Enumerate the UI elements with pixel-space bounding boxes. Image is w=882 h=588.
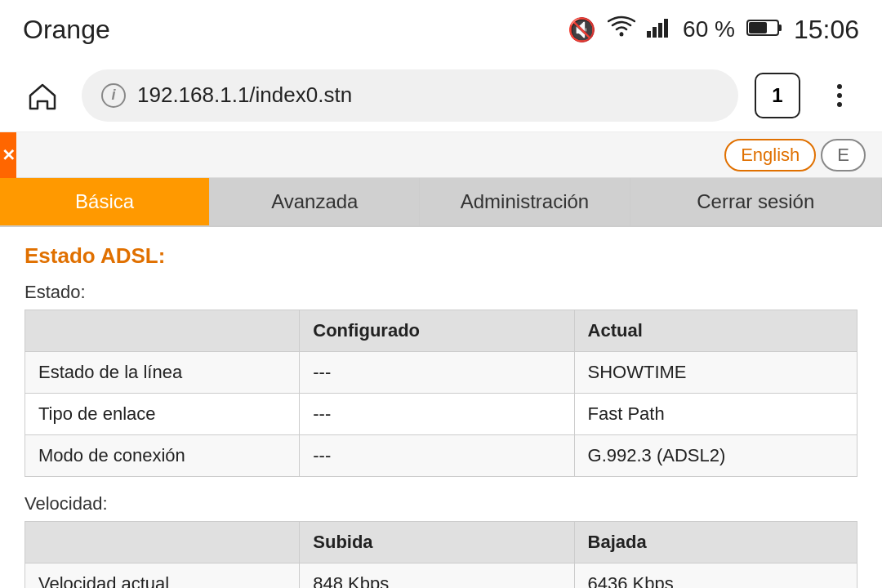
estado-label: Estado: [24, 282, 858, 303]
wifi-icon [608, 16, 635, 44]
estado-header-label [25, 310, 300, 352]
svg-point-0 [620, 32, 624, 36]
table-row: Tipo de enlace --- Fast Path [25, 394, 858, 435]
dot-2 [837, 93, 842, 98]
english-lang-button[interactable]: English [724, 139, 816, 172]
row-actual: G.992.3 (ADSL2) [574, 435, 857, 477]
row-actual: Fast Path [574, 394, 857, 435]
svg-rect-3 [658, 23, 662, 38]
main-content: Estado ADSL: Estado: Configurado Actual … [0, 227, 882, 588]
battery-label: 60 % [683, 16, 735, 42]
tab-basica[interactable]: Básica [0, 178, 210, 225]
table-row: Velocidad actual 848 Kbps 6436 Kbps [25, 564, 858, 589]
row-bajada: 6436 Kbps [574, 564, 857, 589]
carrier-label: Orange [23, 15, 110, 45]
tab-administracion[interactable]: Administración [420, 178, 630, 225]
page-content: ✕ English E Básica Avanzada Administraci… [0, 132, 882, 588]
nav-tabs: Básica Avanzada Administración Cerrar se… [0, 178, 882, 227]
velocidad-header-subida: Subida [300, 522, 574, 564]
status-bar: Orange 🔇 60 % [0, 0, 882, 59]
table-row: Estado de la línea --- SHOWTIME [25, 352, 858, 394]
svg-rect-6 [778, 24, 782, 31]
row-config: --- [300, 352, 574, 394]
svg-rect-1 [647, 31, 651, 38]
tab-cerrar-sesion[interactable]: Cerrar sesión [630, 178, 882, 225]
secondary-lang-button[interactable]: E [821, 139, 866, 172]
row-config: --- [300, 435, 574, 477]
page-title: Estado ADSL: [24, 243, 858, 269]
estado-header-config: Configurado [300, 310, 574, 352]
velocidad-header-bajada: Bajada [574, 522, 857, 564]
estado-header-actual: Actual [574, 310, 857, 352]
svg-text:✕: ✕ [2, 146, 16, 164]
velocidad-header-label [25, 522, 300, 564]
row-actual: SHOWTIME [574, 352, 857, 394]
brand-logo: ✕ [0, 132, 16, 178]
row-subida: 848 Kbps [300, 564, 574, 589]
mute-icon: 🔇 [568, 16, 596, 43]
table-row: Modo de conexión --- G.992.3 (ADSL2) [25, 435, 858, 477]
velocidad-table: Subida Bajada Velocidad actual 848 Kbps … [24, 521, 858, 588]
estado-table: Configurado Actual Estado de la línea --… [24, 310, 858, 477]
address-bar[interactable]: i 192.168.1.1/index0.stn [82, 69, 738, 122]
row-name: Velocidad actual [25, 564, 300, 589]
velocidad-label: Velocidad: [24, 493, 858, 514]
status-icons: 🔇 60 % 15:0 [568, 15, 859, 45]
home-button[interactable] [20, 73, 65, 118]
row-config: --- [300, 394, 574, 435]
row-name: Estado de la línea [25, 352, 300, 394]
svg-rect-7 [749, 22, 767, 33]
browser-bar: i 192.168.1.1/index0.stn 1 [0, 59, 882, 132]
tab-count-button[interactable]: 1 [755, 73, 800, 118]
more-menu-button[interactable] [817, 73, 862, 118]
lang-bar: ✕ English E [0, 132, 882, 178]
battery-icon [746, 16, 782, 42]
row-name: Tipo de enlace [25, 394, 300, 435]
url-text: 192.168.1.1/index0.stn [137, 82, 352, 108]
svg-rect-4 [664, 19, 668, 38]
svg-rect-2 [653, 27, 657, 38]
tab-avanzada[interactable]: Avanzada [210, 178, 420, 225]
info-icon: i [101, 83, 126, 108]
status-time: 15:06 [794, 15, 859, 45]
dot-1 [837, 84, 842, 89]
row-name: Modo de conexión [25, 435, 300, 477]
signal-icon [647, 16, 671, 43]
dot-3 [837, 102, 842, 107]
